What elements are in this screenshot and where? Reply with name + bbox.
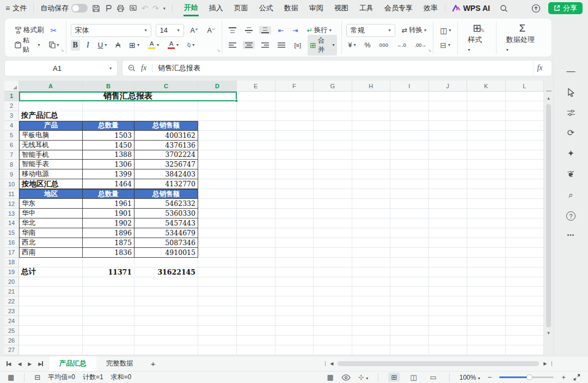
cell-J15[interactable] — [429, 228, 468, 238]
more-options-icon[interactable]: ••• — [567, 233, 575, 238]
clear-format-button[interactable]: ◊▾ — [185, 40, 197, 50]
cell-B12[interactable]: 1961 — [83, 199, 134, 209]
cell-H3[interactable] — [352, 111, 391, 121]
align-bottom-button[interactable] — [259, 26, 271, 34]
cell-E17[interactable] — [237, 248, 275, 258]
cell-C12[interactable]: 5462332 — [134, 199, 198, 209]
cell-C24[interactable] — [134, 316, 198, 326]
zoom-out-formula-icon[interactable] — [128, 64, 136, 72]
cell-C27[interactable] — [134, 345, 198, 355]
cell-F11[interactable] — [275, 189, 314, 199]
row-header-9[interactable]: 9 — [4, 169, 19, 179]
cell-L19[interactable] — [506, 268, 544, 277]
copy-button[interactable]: ▾ — [47, 40, 62, 50]
cell-G6[interactable] — [314, 141, 352, 150]
cell-B17[interactable]: 1836 — [83, 248, 134, 258]
cell-H4[interactable] — [352, 121, 391, 131]
column-header-D[interactable]: D — [198, 81, 237, 92]
row-header-3[interactable]: 3 — [4, 111, 19, 121]
hscroll-thumb[interactable] — [338, 361, 539, 366]
cell-J11[interactable] — [429, 189, 468, 199]
increase-indent-button[interactable]: ⇥ — [290, 25, 300, 35]
cell-F5[interactable] — [275, 131, 314, 141]
cell-F22[interactable] — [275, 296, 314, 306]
cell-A17[interactable]: 西南 — [19, 248, 83, 258]
wps-ai-button[interactable]: WPS AI — [452, 4, 490, 13]
cell-D13[interactable] — [198, 209, 237, 218]
zoom-in-button[interactable]: + — [561, 374, 566, 381]
cell-L26[interactable] — [506, 336, 544, 345]
cell-G16[interactable] — [314, 238, 352, 248]
cell-E11[interactable] — [237, 189, 275, 199]
distributed-button[interactable]: [≡] — [292, 41, 303, 50]
cell-K7[interactable] — [467, 150, 506, 160]
name-box[interactable]: A1 ▾ — [4, 60, 118, 76]
cell-L21[interactable] — [506, 287, 544, 296]
scroll-right-icon[interactable]: ▶ — [543, 361, 547, 366]
cell-G2[interactable] — [314, 101, 352, 111]
cell-B15[interactable]: 1896 — [83, 228, 134, 238]
cell-J3[interactable] — [429, 111, 468, 121]
cell-F3[interactable] — [275, 111, 314, 121]
cell-A24[interactable] — [19, 316, 83, 326]
cell-K12[interactable] — [467, 199, 506, 209]
decrease-indent-button[interactable]: ⇤ — [275, 25, 285, 35]
column-header-A[interactable]: A — [19, 81, 83, 92]
cell-A6[interactable]: 无线耳机 — [19, 141, 83, 150]
cell-D18[interactable] — [198, 258, 237, 268]
formula-input[interactable]: fx 销售汇总报表 fx — [122, 60, 552, 76]
cell-K14[interactable] — [467, 218, 506, 228]
cell-K10[interactable] — [467, 179, 506, 189]
cell-H15[interactable] — [352, 228, 391, 238]
cell-H6[interactable] — [352, 141, 391, 150]
column-header-F[interactable]: F — [275, 81, 314, 92]
cell-J25[interactable] — [429, 326, 468, 336]
cell-K16[interactable] — [467, 238, 506, 248]
cell-K19[interactable] — [467, 268, 506, 277]
row-header-24[interactable]: 24 — [4, 316, 19, 326]
cell-F16[interactable] — [275, 238, 314, 248]
cell-A8[interactable]: 智能手表 — [19, 160, 83, 169]
column-header-C[interactable]: C — [134, 81, 198, 92]
cell-K25[interactable] — [467, 326, 506, 336]
cell-I18[interactable] — [390, 258, 429, 268]
cell-A19[interactable]: 总计 — [19, 268, 83, 277]
scroll-left-icon[interactable]: ◀ — [330, 361, 333, 366]
cell-E19[interactable] — [237, 268, 275, 277]
autosave-control[interactable]: 自动保存 — [40, 3, 88, 13]
cell-B16[interactable]: 1875 — [83, 238, 134, 248]
cell-K23[interactable] — [467, 306, 506, 316]
zoom-out-button[interactable]: − — [488, 374, 492, 381]
cell-L4[interactable] — [506, 121, 544, 131]
cell-D22[interactable] — [198, 296, 237, 306]
sheet-tab-完整数据[interactable]: 完整数据 — [96, 356, 143, 372]
cell-L25[interactable] — [506, 326, 544, 336]
autosave-toggle[interactable] — [71, 4, 88, 13]
cell-J7[interactable] — [429, 150, 468, 160]
cell-J19[interactable] — [429, 268, 468, 277]
cell-F6[interactable] — [275, 141, 314, 150]
cell-E6[interactable] — [237, 141, 275, 150]
increase-decimal-button[interactable]: ←.0 — [395, 41, 408, 49]
cell-J14[interactable] — [429, 218, 468, 228]
cell-C15[interactable]: 5344679 — [134, 228, 198, 238]
cell-D25[interactable] — [198, 326, 237, 336]
cell-G26[interactable] — [314, 336, 352, 345]
cell-C5[interactable]: 4003162 — [134, 131, 198, 141]
row-header-10[interactable]: 10 — [4, 179, 19, 189]
cell-D4[interactable] — [198, 121, 237, 131]
cell-G27[interactable] — [314, 345, 352, 355]
expand-formula-bar-icon[interactable]: fx — [533, 60, 546, 76]
cell-F15[interactable] — [275, 228, 314, 238]
menu-tab-页面[interactable]: 页面 — [234, 1, 249, 15]
cell-E25[interactable] — [237, 326, 275, 336]
currency-format-button[interactable]: ¥▾ — [346, 40, 358, 50]
cell-C21[interactable] — [134, 287, 198, 296]
row-header-11[interactable]: 11 — [4, 189, 19, 199]
cell-A14[interactable]: 华北 — [19, 218, 83, 228]
cell-J9[interactable] — [429, 169, 468, 179]
cell-H9[interactable] — [352, 169, 391, 179]
vertical-scrollbar[interactable]: ▲ ▼ — [544, 81, 553, 355]
row-header-8[interactable]: 8 — [4, 160, 19, 169]
print-icon[interactable] — [117, 4, 125, 13]
